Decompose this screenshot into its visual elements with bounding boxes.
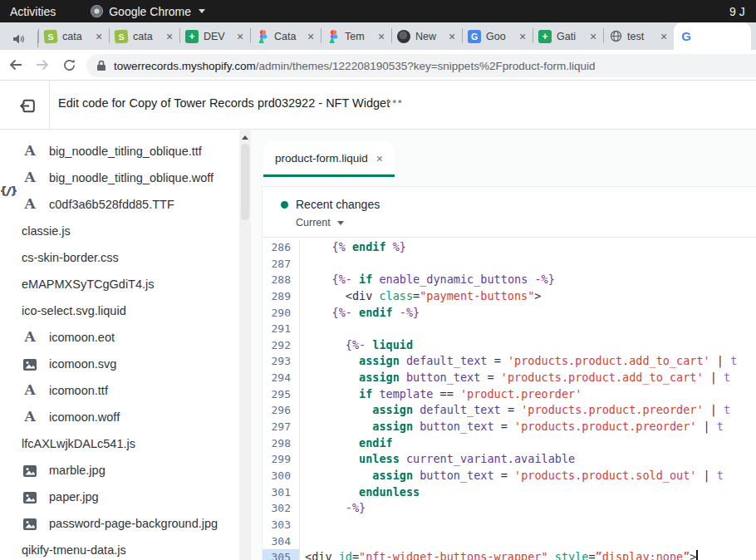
browser-tab[interactable]: S + G G cata × (38, 22, 109, 50)
code-line[interactable]: 301 endunless (263, 484, 756, 501)
file-item[interactable]: A {/} icomoon.eot (0, 324, 251, 351)
browser-tab[interactable]: S + G G DEV × (179, 22, 250, 50)
tab-close-icon[interactable]: × (307, 31, 314, 42)
file-name: classie.js (22, 224, 71, 238)
file-type-icon: A {/} (22, 330, 38, 345)
code-line[interactable]: 298 endif (263, 435, 756, 452)
font-file-icon: A (24, 142, 35, 159)
file-name: paper.jpg (49, 490, 99, 504)
tab-close-icon[interactable]: × (590, 31, 596, 42)
code-line[interactable]: 303 (263, 517, 756, 533)
file-item[interactable]: A {/} icomoon.woff (0, 404, 251, 430)
code-line[interactable]: 299 unless current_variant.available (263, 451, 756, 468)
tab-title: Gati (557, 31, 585, 42)
file-item[interactable]: A {/} big_noodle_titling_oblique.ttf (0, 138, 251, 165)
file-item-partial[interactable]: {/} (0, 130, 251, 138)
tab-close-icon[interactable]: × (96, 31, 102, 42)
code-line[interactable]: 294 assign button_text = 'products.produ… (263, 370, 756, 386)
file-item[interactable]: A {/} lfcAXLwjkDALc541.js (0, 430, 251, 457)
code-line[interactable]: 302 -%} (263, 500, 756, 517)
browser-tab[interactable]: S + G G cata × (109, 22, 179, 50)
address-bar[interactable]: towerrecords.myshopify.com/admin/themes/… (86, 54, 756, 77)
exit-editor-button[interactable] (17, 95, 38, 116)
tab-close-icon[interactable]: × (449, 31, 455, 42)
file-type-icon: A {/} (22, 463, 38, 478)
back-button[interactable] (5, 54, 27, 76)
file-item[interactable]: A {/} cs-skin-border.css (0, 244, 251, 271)
tab-close-icon[interactable]: × (166, 31, 173, 42)
code-line[interactable]: 295 if template == 'product.preorder' (263, 386, 756, 403)
version-dropdown[interactable]: Current (296, 217, 756, 228)
scrollbar-thumb[interactable] (241, 144, 249, 220)
file-sidebar: {/} A {/} big_noodle_titling_oblique.ttf… (0, 130, 251, 560)
file-item[interactable]: A {/} password-page-background.jpg (0, 510, 251, 537)
tab-audio-indicator[interactable] (0, 31, 38, 47)
code-line[interactable]: 293 assign default_text = 'products.prod… (263, 353, 756, 370)
tab-close-icon[interactable]: × (237, 31, 243, 42)
browser-tab[interactable]: S + G G × (674, 22, 751, 50)
code-line[interactable]: 289 <div class="payment-buttons"> (263, 288, 756, 305)
file-item[interactable]: A {/} eMAPMXSyTCgGdiT4.js (0, 271, 251, 297)
image-file-icon (23, 492, 37, 504)
scroll-up-arrow-icon[interactable] (242, 135, 248, 140)
file-item[interactable]: A {/} classie.js (0, 218, 251, 244)
code-line[interactable]: 305<div id="nft-widget-buttons-wrapper" … (263, 549, 756, 560)
editor-panel: Recent changes Current 286 {% endif %}28… (262, 186, 756, 560)
more-actions-button[interactable]: ••• (387, 95, 404, 107)
activities-button[interactable]: Activities (10, 5, 56, 18)
editor-tab-close-icon[interactable]: × (376, 152, 383, 165)
editor-file-tab[interactable]: product-form.liquid × (263, 142, 395, 177)
gnome-top-bar: Activities Google Chrome 9 J (0, 0, 756, 22)
forward-button[interactable] (32, 54, 53, 76)
code-line[interactable]: 287 (263, 256, 756, 273)
browser-tab[interactable]: S + G G Gati × (533, 22, 603, 50)
file-type-icon: A {/} (22, 144, 38, 159)
file-item[interactable]: A {/} icomoon.ttf (0, 377, 251, 404)
code-line[interactable]: 288 {%- if enable_dynamic_buttons -%} (263, 272, 756, 288)
tab-close-icon[interactable]: × (660, 31, 667, 42)
tab-close-icon[interactable]: × (378, 31, 385, 42)
file-item[interactable]: A {/} paper.jpg (0, 484, 251, 510)
dark-site-favicon (397, 30, 410, 43)
browser-tab[interactable]: S + G G Goo × (462, 22, 533, 50)
code-line[interactable]: 297 assign button_text = 'products.produ… (263, 419, 756, 435)
code-line[interactable]: 300 assign button_text = 'products.produ… (263, 468, 756, 484)
sidebar-scrollbar[interactable] (239, 130, 251, 560)
code-line[interactable]: 296 assign default_text = 'products.prod… (263, 402, 756, 419)
file-name: icomoon.svg (49, 357, 116, 371)
file-name: icomoon.eot (49, 331, 115, 344)
line-number: 298 (263, 435, 299, 452)
line-number: 304 (263, 533, 299, 550)
reload-button[interactable] (58, 54, 80, 76)
browser-tab[interactable]: S + G G Cata × (250, 22, 321, 50)
header-divider (49, 81, 50, 129)
file-item[interactable]: A {/} marble.jpg (0, 457, 251, 484)
file-item[interactable]: A {/} ico-select.svg.liquid (0, 297, 251, 324)
line-number: 291 (263, 321, 299, 337)
app-menu[interactable]: Google Chrome (91, 5, 205, 18)
browser-tab[interactable]: S + G G test × (603, 22, 674, 50)
code-line[interactable]: 304 (263, 533, 756, 550)
file-item[interactable]: A {/} c0df3a6b528fdd85.TTF (0, 191, 251, 218)
tab-close-icon[interactable]: × (519, 31, 526, 42)
code-line[interactable]: 290 {%- endif -%} (263, 305, 756, 322)
file-item[interactable]: A {/} qikify-tmenu-data.js (0, 537, 251, 560)
line-number: 293 (263, 353, 299, 370)
code-editor[interactable]: 286 {% endif %}287288 {%- if enable_dyna… (263, 238, 756, 560)
url-domain: towerrecords.myshopify.com (114, 60, 256, 72)
text-cursor (696, 550, 698, 560)
file-name: icomoon.ttf (49, 384, 108, 397)
file-name: eMAPMXSyTCgGdiT4.js (22, 278, 155, 291)
figma-favicon (326, 30, 340, 43)
code-line[interactable]: 286 {% endif %} (263, 239, 756, 256)
file-item[interactable]: A {/} big_noodle_titling_oblique.woff (0, 165, 251, 191)
page-title: Edit code for Copy of Tower Records prd0… (58, 96, 390, 110)
browser-tab[interactable]: S + G G Tem × (321, 22, 391, 50)
shopify-favicon: S (114, 29, 128, 43)
browser-tab[interactable]: S + G G New × (391, 22, 462, 50)
code-line[interactable]: 292 {%- liquid (263, 337, 756, 354)
file-item[interactable]: A {/} icomoon.svg (0, 351, 251, 377)
url-text: towerrecords.myshopify.com/admin/themes/… (114, 60, 595, 72)
code-line[interactable]: 291 (263, 321, 756, 337)
back-arrow-icon (8, 57, 23, 72)
